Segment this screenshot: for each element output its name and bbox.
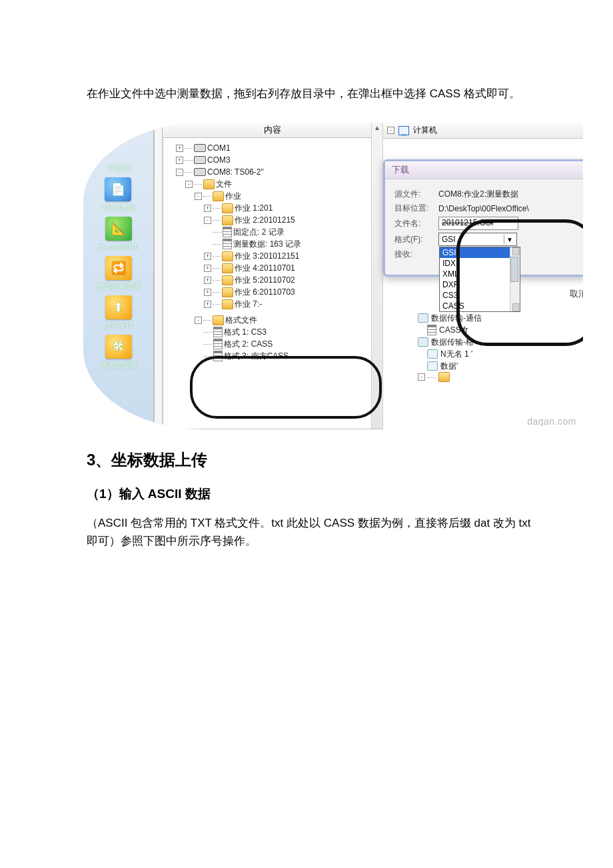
- tree-item[interactable]: COM1: [207, 142, 231, 154]
- collapse-icon[interactable]: -: [195, 317, 202, 324]
- file-icon: [418, 313, 428, 323]
- format-option[interactable]: DXF: [440, 279, 520, 290]
- expand-icon[interactable]: +: [176, 157, 183, 164]
- tree-item[interactable]: 作业 5:20110702: [235, 274, 295, 286]
- format-dropdown-list[interactable]: GSI IDX XML DXF CS3 CASS: [439, 247, 520, 312]
- tree-item[interactable]: N无名 1 ': [440, 348, 472, 360]
- src-label: 源文件:: [394, 189, 433, 200]
- heading-3: 3、坐标数据上传: [87, 449, 540, 471]
- sidebar-item-landxml[interactable]: 📐 出 LandXML: [98, 217, 139, 252]
- format-option[interactable]: GSI: [440, 247, 520, 258]
- expand-icon[interactable]: +: [204, 301, 211, 308]
- tree-item[interactable]: 作业 6:20110703: [235, 286, 295, 298]
- tree-item[interactable]: 数据': [440, 360, 458, 372]
- tree-item[interactable]: 作业 3:201012151: [235, 250, 299, 262]
- ascii-paragraph: （ASCII 包含常用的 TXT 格式文件。txt 此处以 CASS 数据为例，…: [87, 514, 540, 550]
- collapse-icon[interactable]: -: [185, 181, 193, 188]
- tree-item[interactable]: 作业 2:20101215: [235, 214, 295, 226]
- doc-icon: [223, 227, 232, 237]
- port-icon: [194, 168, 206, 176]
- collapse-icon[interactable]: -: [195, 193, 202, 200]
- device-tree[interactable]: +COM1 +COM3 -COM8: TS06-2" -文件 -作业 +作业 1…: [163, 138, 382, 366]
- tree-item[interactable]: 固定点: 2 记录: [233, 226, 285, 238]
- tree-item[interactable]: 作业 7:-: [235, 298, 262, 310]
- sidebar-item-label: CII数据: [106, 163, 130, 173]
- tree-item[interactable]: 数据传输-通信: [431, 312, 482, 324]
- tool-sidebar: 具 CII数据 📄 ASCII数据 📐 出 LandXML 🔁 数据交换管理 ⬆…: [83, 123, 155, 429]
- computer-icon: [398, 126, 409, 135]
- tree-item[interactable]: 格式 2: CASS: [224, 338, 273, 350]
- folder-icon: [222, 263, 233, 273]
- sidebar-item-format-mgr[interactable]: 🛠 格式管理器: [100, 335, 137, 370]
- format-manager-icon: 🛠: [105, 335, 132, 359]
- screenshot-container: 具 CII数据 📄 ASCII数据 📐 出 LandXML 🔁 数据交换管理 ⬆…: [83, 123, 583, 429]
- sidebar-item-exchange[interactable]: 🔁 数据交换管理: [97, 256, 141, 291]
- format-combobox[interactable]: GSI ▼ GSI IDX XML DXF CS3 CASS: [438, 233, 517, 246]
- sidebar-item-label: 出 LandXML: [98, 242, 139, 252]
- tree-item[interactable]: COM8: TS06-2": [207, 166, 264, 178]
- format-option[interactable]: CS3: [440, 290, 520, 301]
- expand-icon[interactable]: +: [204, 205, 211, 212]
- folder-icon: [213, 191, 224, 201]
- tree-item[interactable]: CASS.fr: [439, 324, 468, 336]
- doc-icon: [427, 361, 438, 371]
- port-icon: [194, 156, 206, 164]
- tree-item[interactable]: COM3: [207, 154, 231, 166]
- expand-icon[interactable]: +: [204, 253, 211, 260]
- expand-icon[interactable]: +: [204, 277, 211, 284]
- sidebar-item-ascii-in[interactable]: CII数据: [106, 163, 130, 173]
- tool-label: 具: [89, 143, 96, 153]
- tree-item[interactable]: 测量数据: 163 记录: [233, 238, 301, 250]
- doc-icon: [223, 239, 232, 249]
- folder-icon: [222, 299, 233, 309]
- format-option[interactable]: IDX: [440, 258, 520, 269]
- watermark: daqan.com: [527, 416, 576, 427]
- collapse-icon[interactable]: -: [387, 127, 394, 134]
- doc-icon: [427, 325, 436, 335]
- dst-label: 目标位置:: [394, 203, 433, 214]
- chevron-down-icon[interactable]: ▼: [504, 235, 515, 244]
- dst-value: D:\DeskTop\00FlexOffice\: [438, 204, 529, 213]
- folder-icon: [438, 372, 450, 382]
- tree-item[interactable]: 作业: [225, 190, 241, 202]
- list-scrollbar[interactable]: [510, 247, 520, 311]
- cancel-button[interactable]: 取消: [570, 288, 583, 300]
- tree-item[interactable]: 格式文件: [225, 314, 257, 326]
- tree-item[interactable]: 作业 1:201: [235, 202, 273, 214]
- expand-icon[interactable]: +: [204, 289, 211, 296]
- folder-icon: [222, 287, 233, 297]
- format-option[interactable]: CASS: [440, 301, 520, 311]
- landxml-icon: 📐: [105, 217, 132, 241]
- combobox-value: GSI: [442, 235, 456, 244]
- dialog-title: 下载: [385, 161, 583, 179]
- file-icon: [418, 337, 428, 347]
- tree-item[interactable]: 作业 4:20110701: [235, 262, 295, 274]
- expand-icon[interactable]: +: [204, 265, 211, 272]
- filename-input[interactable]: 20101215.GSI: [438, 217, 518, 230]
- tree-item[interactable]: 格式 1: CS3: [224, 326, 267, 338]
- doc-icon: [213, 327, 223, 337]
- folder-icon: [213, 315, 224, 325]
- expand-icon[interactable]: +: [176, 145, 183, 152]
- upload-icon: ⬆: [105, 295, 132, 319]
- device-tree-panel: ▲ 内容 +COM1 +COM3 -COM8: TS06-2" -文件 -作业 …: [162, 123, 383, 429]
- folder-icon: [203, 179, 215, 189]
- folder-icon: [222, 251, 233, 261]
- format-option[interactable]: XML: [440, 269, 520, 279]
- exchange-icon: 🔁: [105, 256, 132, 280]
- sidebar-item-upload[interactable]: ⬆ 软件上传: [104, 295, 133, 331]
- tree-item[interactable]: 数据传输-格: [431, 336, 474, 348]
- heading-3-1: （1）输入 ASCII 数据: [87, 485, 540, 503]
- scrollbar[interactable]: ▲: [371, 123, 382, 429]
- computer-label: 计算机: [413, 125, 437, 136]
- tree-item[interactable]: 文件: [216, 178, 232, 190]
- src-value: COM8:作业2:测量数据: [438, 189, 518, 200]
- collapse-icon[interactable]: -: [204, 217, 211, 224]
- sidebar-item-label: 软件上传: [104, 321, 133, 331]
- tree-item[interactable]: 格式 3: 南方CASS: [224, 350, 289, 362]
- sidebar-item-ascii-out[interactable]: 📄 ASCII数据: [101, 177, 135, 213]
- download-dialog: 下载 源文件: COM8:作业2:测量数据 目标位置: D:\DeskTop\0…: [383, 159, 583, 277]
- collapse-icon[interactable]: -: [418, 373, 425, 381]
- folder-icon: [222, 203, 233, 213]
- collapse-icon[interactable]: -: [176, 169, 183, 176]
